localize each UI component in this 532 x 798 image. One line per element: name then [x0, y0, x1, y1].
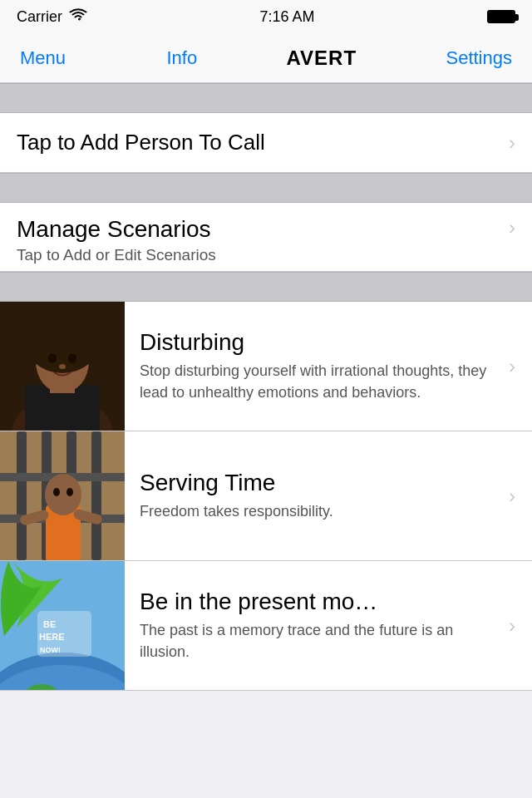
- scenario-desc-present-moment: The past is a memory trace and the futur…: [140, 620, 500, 662]
- svg-rect-20: [91, 431, 101, 560]
- svg-rect-17: [17, 431, 27, 560]
- settings-button[interactable]: Settings: [434, 47, 524, 69]
- wifi-icon: [69, 8, 87, 26]
- add-person-cell[interactable]: Tap to Add Person To Call ›: [0, 113, 532, 173]
- manage-scenarios-subtitle: Tap to Add or Edit Scenarios: [17, 246, 500, 264]
- scenario-item-present-moment[interactable]: BE HERE NOW! Be in the present mo… The p…: [0, 561, 532, 691]
- scenario-item-serving-time[interactable]: Serving Time Freedom takes responsibilit…: [0, 431, 532, 561]
- carrier-label: Carrier: [17, 8, 62, 26]
- manage-scenarios-content: Manage Scenarios Tap to Add or Edit Scen…: [17, 216, 500, 264]
- middle-divider: [0, 173, 532, 203]
- svg-point-10: [51, 315, 74, 338]
- nav-bar: Menu Info AVERT Settings: [0, 33, 532, 83]
- scenario-item-disturbing[interactable]: Disturbing Stop disturbing yourself with…: [0, 302, 532, 431]
- svg-text:NOW!: NOW!: [40, 646, 61, 654]
- scenario-chevron-disturbing: ›: [509, 355, 515, 378]
- app-title: AVERT: [287, 47, 357, 70]
- battery-icon: [487, 10, 515, 23]
- scenario-title-present-moment: Be in the present mo…: [140, 589, 500, 615]
- status-bar: Carrier 7:16 AM: [0, 0, 532, 33]
- scenario-chevron-present-moment: ›: [509, 614, 515, 638]
- scenario-body-present-moment: Be in the present mo… The past is a memo…: [140, 589, 500, 662]
- svg-point-13: [59, 364, 66, 369]
- scenario-desc-serving-time: Freedom takes responsibility.: [140, 501, 500, 522]
- add-person-label: Tap to Add Person To Call: [17, 130, 500, 155]
- svg-point-24: [45, 474, 81, 515]
- scenario-image-present-moment: BE HERE NOW!: [0, 561, 125, 690]
- manage-scenarios-title: Manage Scenarios: [17, 216, 500, 243]
- bottom-divider: [0, 272, 532, 302]
- scenario-desc-disturbing: Stop disturbing yourself with irrational…: [140, 361, 500, 402]
- menu-button[interactable]: Menu: [8, 47, 77, 69]
- svg-point-11: [48, 353, 57, 363]
- status-right: [487, 10, 515, 23]
- manage-scenarios-chevron: ›: [509, 216, 515, 239]
- scenario-chevron-serving-time: ›: [509, 485, 515, 508]
- top-divider: [0, 83, 532, 113]
- scenario-image-disturbing: [0, 302, 125, 431]
- svg-point-27: [53, 488, 60, 496]
- svg-point-28: [66, 488, 73, 496]
- svg-text:BE: BE: [43, 619, 56, 629]
- status-left: Carrier: [17, 8, 87, 26]
- scenario-title-serving-time: Serving Time: [140, 470, 500, 496]
- add-person-chevron: ›: [509, 131, 515, 155]
- scenario-body-serving-time: Serving Time Freedom takes responsibilit…: [140, 470, 500, 522]
- scenario-body-disturbing: Disturbing Stop disturbing yourself with…: [140, 329, 500, 402]
- svg-point-12: [68, 353, 76, 363]
- add-person-content: Tap to Add Person To Call: [17, 130, 500, 155]
- info-button[interactable]: Info: [155, 47, 209, 69]
- time-display: 7:16 AM: [259, 8, 314, 26]
- svg-text:HERE: HERE: [39, 632, 65, 642]
- scenario-title-disturbing: Disturbing: [140, 329, 500, 356]
- manage-scenarios-cell[interactable]: Manage Scenarios Tap to Add or Edit Scen…: [0, 203, 532, 272]
- scenario-image-serving-time: [0, 431, 125, 560]
